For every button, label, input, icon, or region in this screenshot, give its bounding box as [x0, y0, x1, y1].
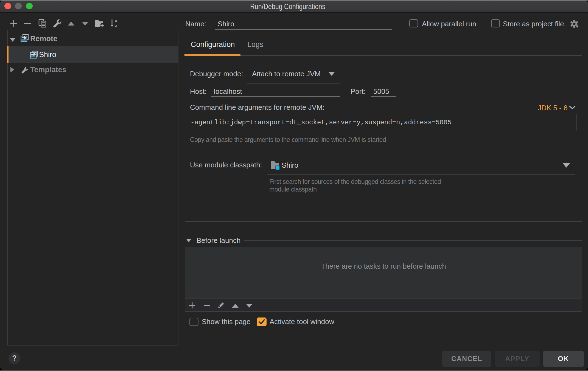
svg-text:a: a [115, 18, 117, 23]
svg-text:z: z [115, 23, 117, 28]
